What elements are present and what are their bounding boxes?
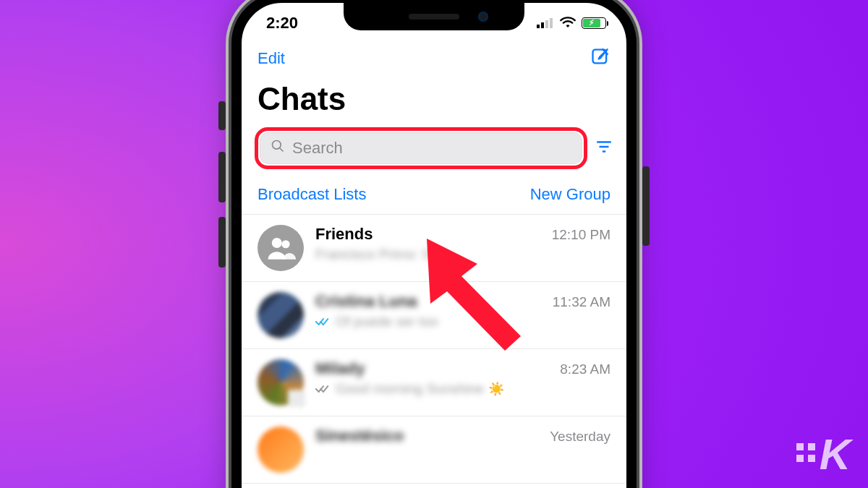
search-placeholder: Search	[292, 139, 343, 158]
chat-time: Yesterday	[550, 429, 610, 445]
chat-content: Cristina Luna 11:32 AM Of puede ser too	[315, 292, 610, 330]
svg-point-11	[281, 240, 289, 248]
avatar	[258, 359, 304, 406]
search-row: Search	[242, 127, 626, 179]
svg-rect-0	[537, 25, 540, 28]
chat-preview: Good morning Sunshine	[336, 381, 484, 397]
compose-icon[interactable]	[590, 46, 610, 71]
battery-icon: ⚡︎	[582, 17, 606, 29]
svg-line-6	[280, 148, 284, 152]
svg-point-10	[272, 238, 282, 248]
screen-title: Chats	[242, 78, 626, 127]
power-button	[642, 166, 650, 246]
watermark: K	[796, 437, 851, 472]
edit-button[interactable]: Edit	[258, 49, 285, 68]
chat-preview: Of puede ser too	[336, 314, 438, 330]
avatar	[258, 292, 304, 338]
broadcast-lists-button[interactable]: Broadcast Lists	[258, 185, 366, 204]
chat-name: Milady	[315, 359, 365, 378]
sun-emoji-icon: ☀️	[488, 381, 504, 397]
chat-preview: Francisco Primo: Sti…	[315, 247, 452, 262]
svg-rect-3	[550, 18, 553, 28]
chat-time: 12:10 PM	[552, 227, 610, 243]
chat-name: Cristina Luna	[315, 292, 417, 311]
chat-row[interactable]: Friends 12:10 PM Francisco Primo: Sti…	[242, 215, 626, 282]
svg-rect-1	[541, 22, 544, 28]
read-ticks-icon	[315, 317, 331, 327]
search-icon	[271, 139, 285, 158]
wifi-icon	[560, 14, 576, 33]
nav-bar: Edit	[242, 36, 626, 78]
chat-content: Milady 8:23 AM Good morning Sunshine ☀️	[315, 359, 610, 397]
cellular-icon	[537, 14, 554, 33]
chat-row[interactable]: Milady 8:23 AM Good morning Sunshine ☀️	[242, 349, 626, 416]
svg-point-5	[273, 141, 281, 150]
avatar-group-icon	[258, 225, 304, 271]
mute-switch	[218, 101, 226, 130]
chat-name: Sinestésico	[315, 427, 404, 445]
chat-content: Friends 12:10 PM Francisco Primo: Sti…	[315, 225, 610, 262]
status-time: 2:20	[266, 14, 298, 33]
delivered-ticks-icon	[315, 384, 331, 394]
avatar	[258, 427, 304, 473]
watermark-letter: K	[820, 437, 851, 472]
phone-frame: 2:20 ⚡︎ Edit Chats Search	[231, 0, 637, 488]
annotation-highlight-box: Search	[255, 127, 587, 169]
chat-row[interactable]: Cristina Luna 11:32 AM Of puede ser too	[242, 282, 626, 349]
volume-up-button	[218, 152, 226, 202]
chat-name: Friends	[315, 225, 373, 244]
chat-content: Sinestésico Yesterday	[315, 427, 610, 445]
volume-down-button	[218, 217, 226, 267]
sub-actions: Broadcast Lists New Group	[242, 179, 626, 215]
chat-time: 8:23 AM	[560, 361, 610, 377]
watermark-dots-icon	[796, 443, 815, 462]
status-bar: 2:20 ⚡︎	[242, 3, 626, 36]
chat-row[interactable]: Sinestésico Yesterday	[242, 416, 626, 484]
svg-rect-2	[545, 20, 548, 28]
search-input[interactable]: Search	[260, 132, 582, 164]
chat-time: 11:32 AM	[553, 294, 610, 310]
filter-icon[interactable]	[595, 137, 613, 159]
new-group-button[interactable]: New Group	[530, 185, 610, 204]
